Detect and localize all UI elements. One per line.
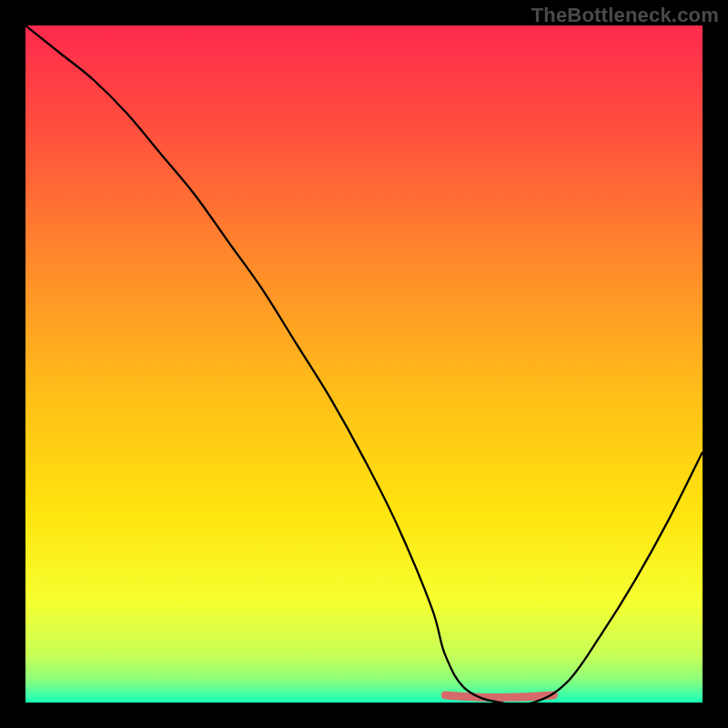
chart-svg (25, 25, 703, 703)
watermark-text: TheBottleneck.com (531, 4, 719, 27)
chart-container: TheBottleneck.com (0, 0, 728, 728)
bottom-highlight-segment (445, 695, 553, 698)
gradient-background (25, 25, 703, 703)
